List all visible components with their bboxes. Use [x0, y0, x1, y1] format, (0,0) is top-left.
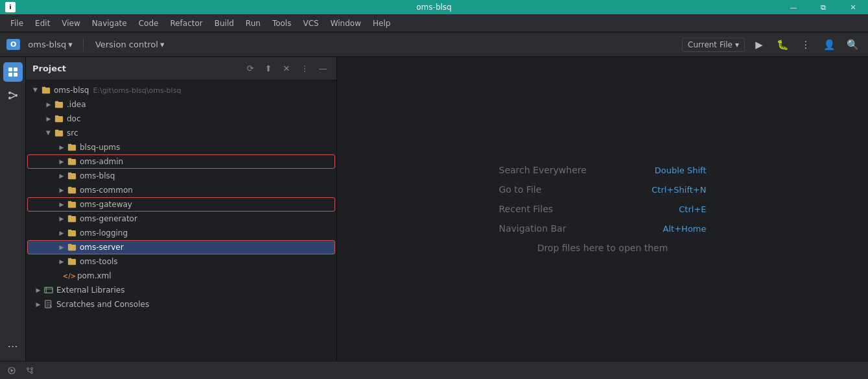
src-label: src	[67, 128, 78, 138]
tree-item-scratches[interactable]: ▶ Scratches and Consoles	[27, 297, 335, 312]
menu-item-help[interactable]: Help	[368, 16, 395, 31]
oms-server-label: oms-server	[80, 243, 124, 252]
debug-button[interactable]: 🐛	[773, 36, 792, 54]
project-badge: O	[6, 39, 20, 50]
tree-item-idea[interactable]: ▶ .idea	[27, 97, 335, 112]
svg-point-20	[31, 367, 33, 369]
bottom-git-button[interactable]	[26, 367, 34, 374]
root-path: E:\git\oms-blsq\oms-blsq	[93, 86, 181, 95]
menu-item-run[interactable]: Run	[240, 16, 266, 31]
bottom-run-button[interactable]	[8, 367, 16, 374]
svg-point-19	[31, 371, 33, 373]
collapse-all-button[interactable]: ⬆	[261, 62, 276, 76]
sidebar-title: Project	[32, 64, 239, 73]
oms-tools-folder-icon	[67, 256, 77, 267]
svg-marker-17	[11, 369, 14, 372]
toolbar-separator	[83, 38, 84, 51]
current-file-button[interactable]: Current File ▾	[682, 38, 745, 52]
restore-button[interactable]: ⧉	[808, 0, 838, 14]
close-sidebar-button[interactable]: ✕	[279, 62, 294, 76]
tree-item-oms-generator[interactable]: ▶ oms-generator	[27, 212, 335, 226]
tree-item-blsq-upms[interactable]: ▶ blsq-upms	[27, 140, 335, 154]
tree-item-oms-admin[interactable]: ▶ oms-admin	[27, 154, 335, 169]
bottom-bar	[0, 361, 868, 379]
menu-item-code[interactable]: Code	[134, 16, 164, 31]
sync-button[interactable]: ⟳	[243, 62, 257, 76]
doc-label: doc	[67, 114, 81, 123]
menu-item-refactor[interactable]: Refactor	[165, 16, 207, 31]
doc-folder-icon	[54, 114, 64, 124]
oms-generator-label: oms-generator	[80, 214, 137, 223]
svg-point-18	[27, 367, 29, 369]
menu-item-view[interactable]: View	[56, 16, 85, 31]
tree-item-external-libraries[interactable]: ▶ External Libraries	[27, 283, 335, 297]
svg-rect-9	[45, 287, 53, 293]
drop-hint: Drop files here to open them	[537, 243, 668, 253]
project-name-button[interactable]: oms-blsq ▾	[24, 38, 76, 51]
src-folder-icon	[54, 128, 64, 138]
tree-item-oms-server[interactable]: ▶ oms-server	[27, 240, 335, 254]
menu-item-build[interactable]: Build	[209, 16, 239, 31]
svg-point-5	[8, 97, 11, 99]
more-options-button[interactable]: ⋮	[797, 36, 815, 54]
oms-generator-arrow: ▶	[56, 214, 67, 224]
project-panel-button[interactable]	[3, 62, 23, 82]
sidebar-header: Project ⟳ ⬆ ✕ ⋮ —	[26, 57, 336, 80]
vcs-button[interactable]: Version control ▾	[90, 38, 170, 51]
minimize-button[interactable]: —	[779, 0, 808, 14]
oms-blsq-folder-icon	[67, 171, 77, 181]
external-libraries-icon	[43, 285, 54, 295]
tree-item-oms-blsq[interactable]: ▶ oms-blsq	[27, 169, 335, 183]
more-tools-button[interactable]: ⋯	[3, 336, 23, 356]
blsq-upms-folder-icon	[67, 142, 77, 153]
external-libraries-label: External Libraries	[56, 286, 124, 295]
window-controls: — ⧉ ✕	[779, 0, 868, 14]
sidebar-options-button[interactable]: ⋮	[298, 62, 312, 76]
menu-item-tools[interactable]: Tools	[267, 16, 297, 31]
menu-item-edit[interactable]: Edit	[30, 16, 55, 31]
search-everywhere-label: Search Everywhere	[499, 165, 647, 175]
menu-item-file[interactable]: File	[5, 16, 29, 31]
tree-item-oms-tools[interactable]: ▶ oms-tools	[27, 254, 335, 269]
idea-label: .idea	[67, 100, 86, 109]
src-arrow: ▶	[43, 128, 54, 138]
blsq-upms-label: blsq-upms	[80, 143, 120, 152]
minimize-sidebar-button[interactable]: —	[316, 62, 330, 76]
menu-item-navigate[interactable]: Navigate	[87, 16, 132, 31]
oms-admin-label: oms-admin	[80, 157, 123, 166]
svg-line-7	[11, 93, 15, 95]
pom-xml-label: pom.xml	[77, 271, 111, 280]
menu-item-vcs[interactable]: VCS	[298, 16, 323, 31]
tree-item-oms-gateway[interactable]: ▶ oms-gateway	[27, 197, 335, 212]
oms-admin-folder-icon	[67, 156, 77, 167]
oms-logging-folder-icon	[67, 228, 77, 238]
tree-item-root[interactable]: ▶ oms-blsq E:\git\oms-blsq\oms-blsq	[27, 83, 335, 97]
hint-row-goto: Go to File Ctrl+Shift+N	[499, 184, 707, 195]
tree-item-doc[interactable]: ▶ doc	[27, 112, 335, 126]
close-button[interactable]: ✕	[838, 0, 868, 14]
panel: Project ⟳ ⬆ ✕ ⋮ — ▶ oms-blsq E:\git\oms-…	[26, 57, 868, 361]
tree-item-oms-common[interactable]: ▶ oms-common	[27, 183, 335, 197]
tree-item-src[interactable]: ▶ src	[27, 126, 335, 140]
nav-bar-shortcut: Alt+Home	[663, 224, 707, 234]
structure-button[interactable]	[3, 86, 23, 105]
oms-logging-label: oms-logging	[80, 228, 128, 238]
account-button[interactable]: 👤	[820, 36, 838, 54]
scratches-label: Scratches and Consoles	[56, 300, 149, 309]
oms-tools-arrow: ▶	[56, 256, 67, 267]
oms-gateway-arrow: ▶	[56, 199, 67, 210]
app-icon: i	[5, 2, 16, 12]
menu-item-window[interactable]: Window	[325, 16, 366, 31]
hint-row-search: Search Everywhere Double Shift	[499, 165, 707, 175]
tree-item-pom-xml[interactable]: ▶ </> pom.xml	[27, 269, 335, 283]
recent-files-label: Recent Files	[499, 204, 672, 214]
search-toolbar-button[interactable]: 🔍	[843, 36, 862, 54]
svg-point-4	[8, 92, 11, 94]
tree-item-oms-logging[interactable]: ▶ oms-logging	[27, 226, 335, 240]
run-button[interactable]: ▶	[750, 36, 768, 54]
title-bar: i oms-blsq — ⧉ ✕	[0, 0, 868, 14]
scratches-icon	[43, 299, 54, 310]
sidebar: Project ⟳ ⬆ ✕ ⋮ — ▶ oms-blsq E:\git\oms-…	[26, 57, 337, 361]
editor-area: Search Everywhere Double Shift Go to Fil…	[337, 57, 868, 361]
idea-folder-icon	[54, 99, 64, 110]
